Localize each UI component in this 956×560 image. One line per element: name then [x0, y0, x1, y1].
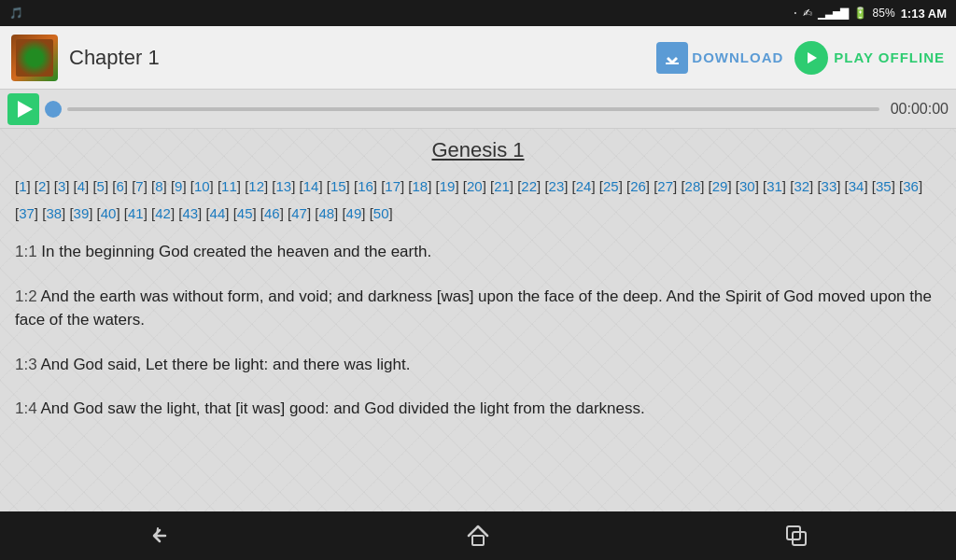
verse-link-5[interactable]: 5	[97, 178, 105, 194]
verse-link-20[interactable]: 20	[467, 178, 483, 194]
bluetooth-icon: ⋅	[794, 7, 797, 20]
verse-link-40[interactable]: 40	[101, 205, 117, 221]
recents-button[interactable]	[773, 512, 820, 559]
verse-link-16[interactable]: 16	[358, 178, 373, 194]
verse-link-29[interactable]: 29	[712, 178, 728, 194]
verse-link-49[interactable]: 49	[346, 205, 362, 221]
verse-link-48[interactable]: 48	[318, 205, 334, 221]
current-time: 1:13 AM	[901, 7, 947, 21]
verse-link-4[interactable]: 4	[77, 178, 85, 194]
verse-link-43[interactable]: 43	[182, 205, 198, 221]
header: Chapter 1 DOWNLOAD PLAY OFFLINE	[0, 26, 956, 90]
verse-link-39[interactable]: 39	[74, 205, 90, 221]
recents-icon	[783, 523, 809, 549]
download-label: DOWNLOAD	[692, 49, 783, 65]
verse-link-47[interactable]: 47	[291, 205, 307, 221]
verse-link-36[interactable]: 36	[903, 178, 919, 194]
verse: 1:1 In the beginning God created the hea…	[15, 240, 941, 264]
verse-link-22[interactable]: 22	[521, 178, 537, 194]
verse-link-1[interactable]: 1	[19, 178, 26, 194]
download-icon	[656, 42, 688, 74]
svg-rect-1	[666, 63, 679, 64]
progress-handle[interactable]	[45, 101, 62, 118]
battery-percent: 85%	[873, 7, 895, 20]
verse-link-41[interactable]: 41	[128, 205, 144, 221]
home-icon	[465, 523, 491, 549]
verse-link-50[interactable]: 50	[373, 205, 389, 221]
verse-link-8[interactable]: 8	[155, 178, 162, 194]
back-button[interactable]	[136, 512, 183, 559]
verse-link-25[interactable]: 25	[603, 178, 619, 194]
verse-link-45[interactable]: 45	[237, 205, 253, 221]
verse-link-37[interactable]: 37	[19, 205, 35, 221]
verse-link-26[interactable]: 26	[630, 178, 646, 194]
album-art-image	[16, 39, 53, 77]
download-arrow-icon	[663, 49, 682, 67]
verse-link-23[interactable]: 23	[549, 178, 565, 194]
book-title: Genesis 1	[15, 138, 941, 162]
verse-link-13[interactable]: 13	[276, 178, 292, 194]
play-button[interactable]	[7, 93, 39, 125]
verses-container: 1:1 In the beginning God created the hea…	[15, 240, 941, 421]
play-icon	[803, 49, 820, 66]
verse-link-32[interactable]: 32	[794, 178, 809, 194]
verse-link-12[interactable]: 12	[248, 178, 264, 194]
verse-link-30[interactable]: 30	[739, 178, 755, 194]
verse-link-14[interactable]: 14	[303, 178, 319, 194]
verse-link-33[interactable]: 33	[822, 178, 837, 194]
verse: 1:4 And God saw the light, that [it was]…	[15, 397, 941, 421]
home-button[interactable]	[455, 512, 501, 559]
time-display: 00:00:00	[891, 101, 949, 118]
verse-link-24[interactable]: 24	[576, 178, 592, 194]
verse-link-18[interactable]: 18	[413, 178, 429, 194]
progress-track[interactable]	[67, 107, 879, 111]
play-icon	[18, 101, 33, 118]
verse-link-21[interactable]: 21	[494, 178, 510, 194]
verse-link-28[interactable]: 28	[685, 178, 701, 194]
verse-link-7[interactable]: 7	[135, 178, 143, 194]
svg-marker-2	[808, 52, 817, 63]
verse-link-38[interactable]: 38	[46, 205, 62, 221]
download-button[interactable]: DOWNLOAD	[656, 42, 783, 74]
player-bar: 00:00:00	[0, 90, 956, 129]
back-icon	[147, 523, 173, 549]
verse-link-42[interactable]: 42	[155, 205, 171, 221]
verse-link-19[interactable]: 19	[440, 178, 456, 194]
verse-link-31[interactable]: 31	[766, 178, 782, 194]
verse-link-15[interactable]: 15	[330, 178, 346, 194]
verse-links: [1] [2] [3] [4] [5] [6] [7] [8] [9] [10]…	[15, 174, 941, 227]
media-icon: 🎵	[9, 7, 23, 20]
verse-link-46[interactable]: 46	[264, 205, 280, 221]
bottom-navigation	[0, 511, 956, 560]
play-offline-button[interactable]: PLAY OFFLINE	[794, 41, 945, 75]
status-bar: 🎵 ⋅ ✍︎ ▁▃▅▇ 🔋 85% 1:13 AM	[0, 0, 956, 26]
svg-rect-3	[472, 536, 484, 545]
verse-link-11[interactable]: 11	[221, 178, 237, 194]
play-offline-icon	[794, 41, 828, 75]
verse: 1:3 And God said, Let there be light: an…	[15, 353, 941, 377]
chapter-title: Chapter 1	[69, 46, 656, 70]
main-content: Genesis 1 [1] [2] [3] [4] [5] [6] [7] [8…	[0, 129, 956, 511]
verse-link-44[interactable]: 44	[210, 205, 226, 221]
signal-icon: ✍︎	[803, 7, 812, 20]
battery-icon: 🔋	[853, 7, 867, 20]
signal-bars: ▁▃▅▇	[818, 7, 848, 20]
verse-link-34[interactable]: 34	[849, 178, 865, 194]
verse-link-35[interactable]: 35	[876, 178, 892, 194]
verse-link-27[interactable]: 27	[657, 178, 673, 194]
verse: 1:2 And the earth was without form, and …	[15, 285, 941, 332]
album-art	[11, 35, 58, 81]
verse-link-6[interactable]: 6	[116, 178, 123, 194]
verse-link-3[interactable]: 3	[58, 178, 65, 194]
verse-link-17[interactable]: 17	[385, 178, 401, 194]
play-offline-label: PLAY OFFLINE	[834, 49, 945, 65]
verse-link-10[interactable]: 10	[194, 178, 210, 194]
